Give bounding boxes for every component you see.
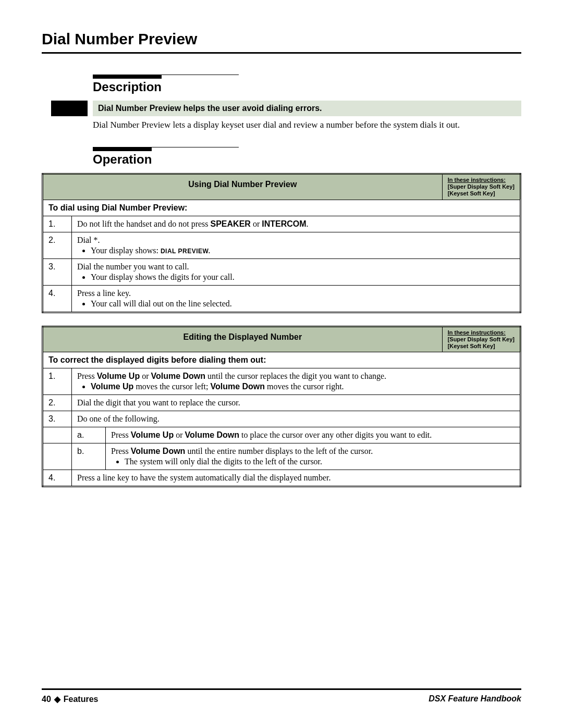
description-body: Dial Number Preview lets a display keyse…	[93, 119, 521, 131]
footer-rule	[42, 688, 521, 690]
table1-title: Using Dial Number Preview	[43, 175, 442, 200]
table-row: To correct the displayed digits before d…	[43, 352, 521, 368]
page-footer: 40◆Features DSX Feature Handbook	[42, 688, 521, 704]
table-row: b. Press Volume Down until the entire nu…	[43, 443, 521, 470]
table-editing-displayed-number: Editing the Displayed Number In these in…	[42, 326, 521, 488]
table-row: 1. Press Volume Up or Volume Down until …	[43, 368, 521, 395]
description-heading: Description	[93, 75, 162, 94]
operation-heading: Operation	[93, 147, 152, 167]
table-row: 3. Dial the number you want to call. You…	[43, 258, 521, 285]
table-row: Editing the Displayed Number In these in…	[43, 326, 521, 352]
table-row: 1. Do not lift the handset and do not pr…	[43, 216, 521, 232]
page: Dial Number Preview Description Dial Num…	[0, 0, 563, 728]
table2-subheading: To correct the displayed digits before d…	[43, 352, 521, 368]
table2-title: Editing the Displayed Number	[43, 327, 442, 352]
black-box	[51, 101, 88, 116]
page-title: Dial Number Preview	[42, 30, 521, 48]
operation-heading-wrap: Operation	[93, 147, 521, 167]
summary-row: Dial Number Preview helps the user avoid…	[93, 101, 521, 116]
instructions-note: In these instructions: [Super Display So…	[442, 327, 520, 352]
table-row: Using Dial Number Preview In these instr…	[43, 174, 521, 200]
table-using-dial-number-preview: Using Dial Number Preview In these instr…	[42, 173, 521, 313]
table-row: 4. Press a line key to have the system a…	[43, 470, 521, 487]
description-heading-wrap: Description	[93, 75, 521, 94]
table-row: 3. Do one of the following.	[43, 411, 521, 427]
title-rule	[42, 52, 521, 54]
table-row: 2. Dial *. Your display shows: DIAL PREV…	[43, 232, 521, 258]
table-row: To dial using Dial Number Preview:	[43, 200, 521, 216]
table-row: 4. Press a line key. Your call will dial…	[43, 285, 521, 312]
footer-right: DSX Feature Handbook	[429, 694, 521, 704]
footer-left: 40◆Features	[42, 694, 99, 704]
table-row: a. Press Volume Up or Volume Down to pla…	[43, 427, 521, 443]
description-block: Dial Number Preview helps the user avoid…	[93, 101, 521, 131]
table1-subheading: To dial using Dial Number Preview:	[43, 200, 521, 216]
summary-bar: Dial Number Preview helps the user avoid…	[93, 101, 521, 116]
table-row: 2. Dial the digit that you want to repla…	[43, 395, 521, 411]
instructions-note: In these instructions: [Super Display So…	[442, 175, 520, 200]
